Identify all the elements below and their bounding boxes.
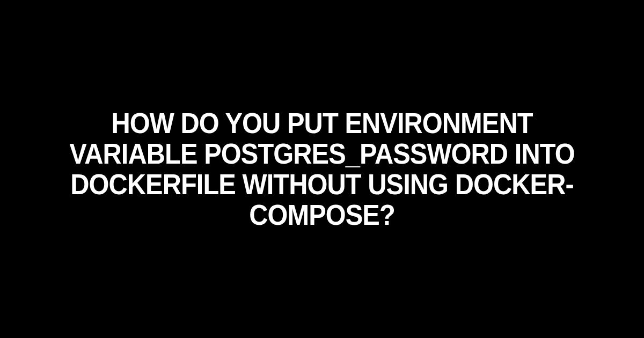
page-title: HOW DO YOU PUT ENVIRONMENT VARIABLE POST… [26,108,618,231]
